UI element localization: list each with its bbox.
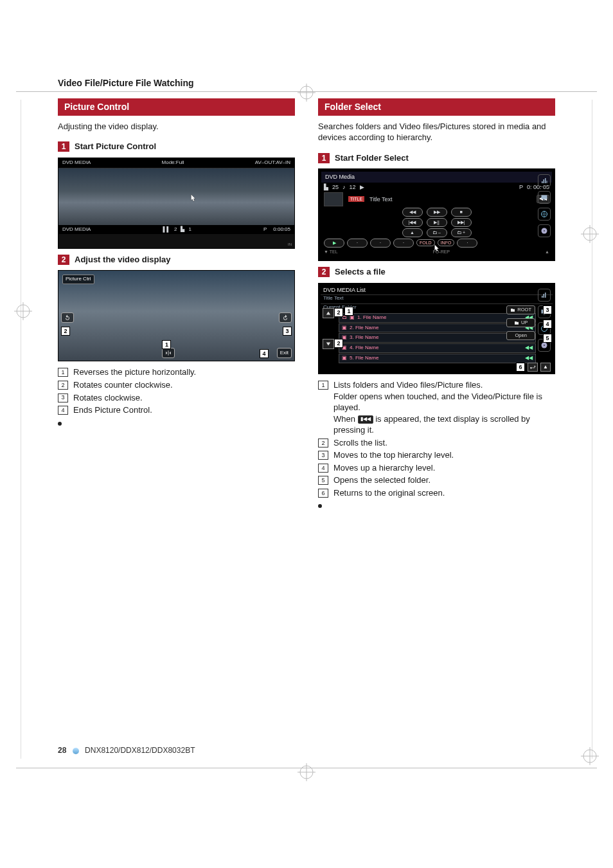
step-text-1: Start Picture Control <box>75 141 156 152</box>
page-up-icon[interactable]: ▲ <box>540 363 551 372</box>
crop-mark-top <box>298 84 315 102</box>
r-txt-3: Moves to the top hierarchy level. <box>333 449 555 461</box>
r-num-3: 3 <box>318 451 328 460</box>
title-badge: TITLE <box>348 196 364 202</box>
file-row-5[interactable]: ▣5. File Name◀◀ <box>339 354 536 363</box>
r-txt-5: Opens the selected folder. <box>333 475 555 486</box>
opt1-button[interactable]: · <box>347 239 368 248</box>
rotate-ccw-button[interactable] <box>61 312 74 323</box>
state-label: P <box>519 183 523 191</box>
screen-icon[interactable] <box>538 191 551 204</box>
status-source: DVD MEDIA <box>62 226 91 233</box>
scroll-text-icon[interactable]: ◀◀ <box>525 345 533 352</box>
callout-2: 2 <box>61 327 70 336</box>
picture-ctrl-label: Picture Ctrl <box>62 275 94 284</box>
lead-text: Adjusting the video display. <box>58 121 295 132</box>
scroll-text-icon[interactable]: ◀◀ <box>525 355 533 362</box>
disc-icon[interactable] <box>538 224 551 237</box>
playpause-button[interactable]: ▶|| <box>427 218 447 227</box>
file-name-4: 4. File Name <box>350 345 378 352</box>
legend-num-2: 2 <box>58 381 68 390</box>
folder-up-button[interactable]: 🗀 + <box>451 228 472 237</box>
step-text-2: Adjust the video display <box>75 254 171 266</box>
r-num-4: 4 <box>318 464 328 473</box>
page-footer: 28 DNX8120/DDX812/DDX8032BT <box>58 745 195 755</box>
more-button[interactable]: ▶ <box>324 239 344 248</box>
eq-icon[interactable] <box>538 289 551 302</box>
fastfwd-button[interactable]: ▶▶ <box>427 208 447 217</box>
screenshot-dvd-media: DVD Media ▙ 25 ♪ 12 ▶ P 0: 00: 05 TITLE … <box>318 168 555 261</box>
crop-mark-left <box>14 302 32 320</box>
svg-point-20 <box>544 345 545 346</box>
legend-num-1: 1 <box>58 368 68 377</box>
scroll-down-button[interactable] <box>323 339 334 349</box>
svg-point-17 <box>544 230 545 231</box>
legend-txt-2: Rotates counter clockwise. <box>73 379 295 391</box>
chapter-number: 25 <box>332 183 339 191</box>
video-area[interactable] <box>58 168 294 225</box>
list-header: DVD MEDIA List <box>321 285 553 294</box>
legend-num-4: 4 <box>58 406 68 415</box>
file-row-4[interactable]: ▣4. File Name◀◀ <box>339 343 536 353</box>
stop-button[interactable]: ■ <box>451 208 472 217</box>
r-num-1: 1 <box>318 381 328 390</box>
list-callout-2b: 2 <box>334 339 343 348</box>
eq-icon[interactable] <box>538 174 551 187</box>
r-txt-4: Moves up a hierarchy level. <box>333 462 555 474</box>
callout-3: 3 <box>283 327 292 336</box>
footer-models: DNX8120/DDX812/DDX8032BT <box>85 746 195 755</box>
exit-button[interactable]: Exit <box>277 348 292 359</box>
screenshot-media-list: DVD MEDIA List Title Text Current Folder… <box>318 283 555 374</box>
crop-line-right <box>592 100 592 759</box>
opt3-button[interactable]: · <box>393 239 414 248</box>
list-callout-6: 6 <box>516 363 525 372</box>
globe-icon[interactable] <box>538 208 551 221</box>
open-button[interactable]: Open <box>506 331 535 340</box>
back-icon[interactable]: ⮐ <box>528 363 538 372</box>
file-name-5: 5. File Name <box>350 355 378 362</box>
play-state: P <box>263 226 267 233</box>
mirror-button[interactable] <box>162 348 175 358</box>
list-callout-3: 3 <box>543 305 552 314</box>
list-callout-1: 1 <box>344 307 353 316</box>
footer-bullet-icon <box>73 748 79 754</box>
in-label: IN <box>288 242 292 247</box>
up-button[interactable]: UP <box>506 318 535 327</box>
folder-down-button[interactable]: 🗀 – <box>427 228 447 237</box>
step-badge-2r: 2 <box>318 267 330 277</box>
play-icon: ▶ <box>360 183 364 191</box>
step-1: 1 Start Picture Control <box>58 141 295 152</box>
r-num-6: 6 <box>318 489 328 498</box>
disc-icon: ▌▌ <box>163 226 170 233</box>
file-name-1: 1. File Name <box>357 314 386 321</box>
root-button[interactable]: ROOT <box>506 305 535 314</box>
eject-button[interactable]: ▲ <box>402 228 423 237</box>
next-button[interactable]: ▶▶| <box>451 218 472 227</box>
crop-mark-right-bottom <box>581 747 599 765</box>
step-text-2r: Selects a file <box>335 266 386 278</box>
song-icon: ♪ <box>342 183 346 191</box>
rotate-cw-button[interactable] <box>279 312 292 323</box>
scroll-up-button[interactable] <box>323 308 334 318</box>
thumbnail <box>324 192 343 206</box>
play-time: 0:00:05 <box>273 226 290 233</box>
r-num-5: 5 <box>318 476 328 485</box>
opt4-button[interactable]: · <box>457 239 477 248</box>
song-number: 12 <box>350 183 356 191</box>
step-2: 2 Adjust the video display <box>58 254 295 266</box>
opt2-button[interactable]: · <box>370 239 391 248</box>
crop-line-left <box>21 100 21 759</box>
step-badge-2: 2 <box>58 255 69 265</box>
r-txt-2: Scrolls the list. <box>333 437 555 449</box>
up-label: UP <box>521 320 528 326</box>
shot-avout-label: AV–OUT:AV–IN <box>255 159 290 167</box>
folder-select-legend: 1 Lists folders and Video files/Picture … <box>318 379 555 498</box>
prev-button[interactable]: |◀◀ <box>402 218 423 227</box>
left-column: Picture Control Adjusting the video disp… <box>58 98 295 511</box>
step-2-right: 2 Selects a file <box>318 266 555 278</box>
file-name-3: 3. File Name <box>350 334 378 341</box>
list-title-text: Title Text <box>321 294 553 303</box>
step-badge-1: 1 <box>58 141 69 152</box>
screenshot-picture-ctrl: Picture Ctrl Exit 1 2 3 4 <box>58 270 295 361</box>
rewind-button[interactable]: ◀◀ <box>402 208 423 217</box>
